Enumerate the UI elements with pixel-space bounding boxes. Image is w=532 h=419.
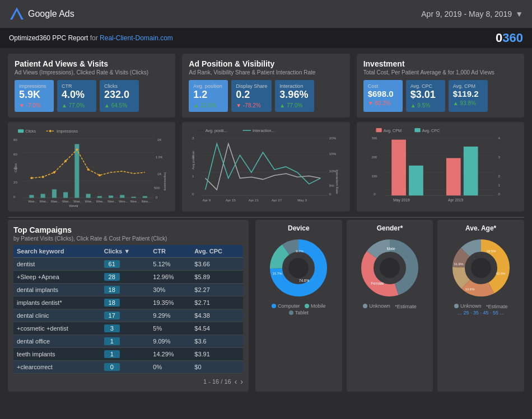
campaigns-title: Top Campaigns: [13, 225, 243, 234]
avg-cpc-value: $3.01: [410, 89, 441, 101]
clicks-cell-wrap: 1: [101, 347, 150, 360]
ctr-cell: 30%: [150, 283, 191, 296]
unknown-age-label: Unknown: [460, 303, 482, 309]
age-donut-svg: 19.5% 42.4% 13.6% 11.9%: [447, 234, 515, 302]
investment-cards: Cost $698.0 ▼ 80.2% Avg. CPC $3.01 ▲ 9.5…: [363, 80, 517, 112]
avg-position-change: ▲ 12.0%: [193, 102, 223, 109]
device-donut-svg: 9.7% 15.7% 74.6%: [265, 234, 332, 302]
avg-position-card: Avg. position 1.2 ▲ 12.0%: [189, 80, 228, 112]
header-left: Google Ads: [9, 6, 74, 22]
clicks-value-badge: 1: [104, 337, 120, 345]
svg-point-105: [288, 258, 309, 278]
campaigns-section: Top Campaigns by Patient Visits (Clicks)…: [8, 220, 249, 392]
svg-text:2K: 2K: [157, 138, 161, 142]
display-share-label: Display Share: [236, 83, 267, 89]
svg-text:19.5%: 19.5%: [486, 249, 496, 253]
logo-360-text: 360: [502, 31, 523, 45]
table-row: dental implants 18 30% $2.27: [13, 283, 243, 296]
impressions-card: Impressions 5.9K ▼ -7.0%: [15, 80, 54, 112]
svg-rect-2: [18, 129, 24, 133]
clicks-card: Clicks 232.0 ▲ 64.5%: [100, 80, 139, 112]
prev-page-icon[interactable]: ‹: [235, 377, 237, 386]
svg-text:Wee...: Wee...: [96, 199, 105, 203]
table-body: dentist 61 5.12% $3.66 +Sleep +Apnea 28 …: [13, 257, 243, 373]
table-row: +Sleep +Apnea 28 12.96% $5.89: [13, 270, 243, 283]
header: Google Ads Apr 9, 2019 - May 8, 2019 ▼: [0, 0, 532, 28]
svg-text:4: 4: [498, 135, 500, 139]
col-clicks[interactable]: Clicks ▼: [101, 245, 150, 258]
svg-rect-99: [463, 147, 478, 195]
investment-title: Investment: [363, 59, 517, 68]
date-range[interactable]: Apr 9, 2019 - May 8, 2019 ▼: [421, 10, 523, 18]
report-prefix: Optimized360 PPC Report: [9, 34, 88, 42]
gender-donut-svg: Male Female: [356, 234, 423, 302]
ctr-card: CTR 4.0% ▲ 77.0%: [57, 80, 96, 112]
svg-rect-26: [52, 189, 57, 197]
computer-dot: [272, 304, 276, 308]
ctr-cell: 5%: [150, 322, 191, 335]
table-row: dental office 1 9.09% $3.6: [13, 335, 243, 347]
clicks-value-badge: 61: [104, 260, 120, 268]
col-cpc[interactable]: Avg. CPC: [191, 245, 243, 258]
svg-rect-78: [376, 128, 381, 132]
tablet-legend: Tablet: [289, 310, 309, 316]
impressions-label: Impressions: [19, 83, 49, 89]
ads-logo-icon: [9, 6, 25, 22]
clicks-value-badge: 3: [104, 324, 120, 332]
svg-text:Clicks: Clicks: [14, 163, 17, 172]
device-title: Device: [288, 224, 310, 232]
position-interaction-svg: Avg. positi... Interaction... 3 2 1 0 Av…: [186, 126, 345, 207]
interaction-card: Interaction 3.96% ▲ 77.0%: [275, 80, 314, 112]
col-keyword[interactable]: Search keyword: [13, 245, 101, 258]
svg-text:1: 1: [498, 183, 500, 187]
svg-text:Impressions: Impressions: [164, 172, 167, 191]
unknown-gender-dot: [363, 304, 367, 308]
svg-text:Apr 27: Apr 27: [272, 197, 282, 201]
client-domain-link[interactable]: Real-Client-Domain.com: [100, 34, 173, 42]
svg-text:Apr 21: Apr 21: [249, 197, 259, 201]
cpc-cell: $3.66: [191, 257, 243, 270]
clicks-cell-wrap: 17: [101, 309, 150, 322]
ctr-cell: 9.29%: [150, 309, 191, 322]
date-dropdown-icon[interactable]: ▼: [515, 10, 523, 18]
next-page-icon[interactable]: ›: [240, 377, 243, 386]
svg-point-37: [53, 171, 55, 173]
svg-text:Interaction...: Interaction...: [253, 128, 275, 133]
ctr-cell: 19.35%: [150, 296, 191, 309]
mobile-label: Mobile: [311, 303, 326, 309]
age-legend: Unknown *Estimate ... 25 · 35 · 45 · 55 …: [452, 303, 510, 316]
svg-text:0: 0: [156, 195, 158, 199]
svg-text:0: 0: [374, 192, 376, 196]
svg-text:11.9%: 11.9%: [454, 262, 464, 266]
patient-ad-views-section: Patient Ad Views & Visits Ad Views (Impr…: [8, 54, 175, 117]
col-ctr[interactable]: CTR: [150, 245, 191, 258]
avg-cpc-card: Avg. CPC $3.01 ▲ 9.5%: [406, 80, 445, 112]
age-title: Ave. Age*: [465, 224, 496, 232]
svg-text:3: 3: [192, 135, 194, 139]
avg-cpm-value: $119.2: [453, 89, 483, 99]
svg-text:Avg. CPC: Avg. CPC: [422, 128, 439, 133]
tablet-label: Tablet: [295, 310, 309, 316]
avg-cpm-change: ▲ 93.8%: [453, 100, 483, 106]
svg-text:20: 20: [13, 181, 17, 184]
svg-point-39: [76, 148, 78, 150]
svg-text:1: 1: [192, 173, 194, 177]
unknown-age-dot: [454, 304, 459, 308]
cpm-cpc-svg: Avg. CPM Avg. CPC 300 200 100 0 4 3 2 1 …: [361, 126, 520, 207]
clicks-label: Clicks: [104, 83, 134, 89]
cost-label: Cost: [368, 83, 398, 89]
clicks-value-badge: 18: [104, 299, 120, 307]
clicks-cell-wrap: 61: [101, 257, 150, 270]
clicks-cell-wrap: 28: [101, 270, 150, 283]
keyword-cell: dental office: [13, 335, 101, 347]
svg-text:5%: 5%: [329, 183, 334, 187]
svg-text:May 2019: May 2019: [393, 197, 410, 202]
table-footer: 1 - 16 / 16 ‹ ›: [13, 374, 243, 386]
clicks-impressions-chart: Clicks Impressions 80 60 40 20 0 Clicks …: [8, 122, 175, 211]
impressions-value: 5.9K: [19, 89, 49, 101]
svg-text:0: 0: [13, 195, 16, 198]
svg-text:Avg. positi...: Avg. positi...: [206, 128, 227, 133]
svg-text:100: 100: [371, 173, 377, 177]
svg-text:3: 3: [498, 154, 500, 158]
svg-text:Wee...: Wee...: [108, 199, 116, 203]
